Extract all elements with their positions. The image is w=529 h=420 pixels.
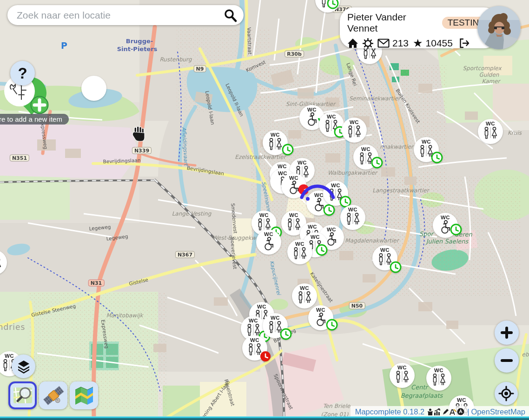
- svg-text:WC: WC: [264, 231, 273, 237]
- svg-text:WC: WC: [295, 241, 304, 247]
- attribution-separator: |: [467, 407, 469, 416]
- search-input[interactable]: [16, 9, 223, 21]
- blue-arc-overlay: [299, 175, 336, 205]
- bottom-strip: [0, 416, 529, 420]
- star-icon: ★: [413, 38, 423, 49]
- svg-text:WC: WC: [271, 132, 280, 138]
- basemap-option-satellite[interactable]: [39, 381, 67, 409]
- basemap-option-osm[interactable]: [8, 381, 37, 409]
- avatar[interactable]: [477, 6, 521, 49]
- wc-marker[interactable]: [73, 68, 114, 109]
- basemap-option-map[interactable]: [70, 381, 98, 409]
- svg-text:WC: WC: [441, 215, 450, 220]
- map-style-osm-icon: [13, 386, 33, 405]
- svg-text:WC: WC: [397, 365, 407, 370]
- attribution-icons: [427, 408, 464, 415]
- zoom-out-icon: [500, 354, 513, 367]
- logout-icon[interactable]: [459, 38, 470, 48]
- svg-text:WC: WC: [348, 207, 357, 212]
- svg-text:WC: WC: [486, 121, 495, 126]
- svg-text:WC: WC: [259, 212, 269, 218]
- osm-link[interactable]: OpenStreetMap: [471, 407, 525, 416]
- attribution-bar[interactable]: Mapcomplete 0.18.2 | OpenStreetMap: [350, 406, 529, 417]
- zoom-in-icon: [500, 326, 513, 339]
- translation-icon[interactable]: [450, 408, 456, 415]
- zoom-in-button[interactable]: [495, 321, 519, 345]
- svg-text:WC: WC: [457, 397, 466, 403]
- wc-marker[interactable]: WC: [234, 328, 275, 368]
- stats-icon[interactable]: [434, 408, 442, 415]
- hand-cursor-icon: [132, 125, 146, 142]
- wc-marker[interactable]: WC: [345, 137, 386, 177]
- layers-button[interactable]: [12, 354, 35, 378]
- mail-icon[interactable]: [377, 39, 390, 48]
- satellite-icon: [43, 385, 64, 406]
- basemap-switcher: [8, 381, 98, 409]
- changesets-count: 10455: [426, 38, 453, 49]
- svg-text:WC: WC: [316, 307, 325, 313]
- zoom-out-button[interactable]: [495, 348, 519, 373]
- user-panel[interactable]: Pieter Vander Vennet TESTING 213: [340, 7, 498, 48]
- geolocate-icon: [498, 386, 514, 401]
- wc-marker[interactable]: WC: [382, 355, 423, 396]
- svg-text:WC: WC: [380, 247, 390, 253]
- folded-map-icon: [74, 386, 94, 405]
- svg-text:WC: WC: [434, 368, 443, 373]
- add-item-tooltip: re to add a new item: [0, 114, 69, 125]
- geolocate-button[interactable]: [495, 382, 518, 405]
- help-button[interactable]: ?: [10, 61, 35, 85]
- svg-text:WC: WC: [300, 285, 309, 291]
- unread-messages-count: 213: [392, 38, 409, 49]
- svg-text:WC: WC: [250, 337, 259, 343]
- wc-marker[interactable]: WC: [406, 129, 447, 170]
- svg-text:WC: WC: [289, 175, 298, 181]
- home-icon[interactable]: [347, 38, 358, 49]
- search-bar[interactable]: [7, 5, 244, 25]
- map-markers-layer: WCWCWCWCWCWCWCWCWCWCWCWCWCWCWCWCWCWCWCWC…: [0, 0, 529, 420]
- wc-marker[interactable]: WC: [364, 237, 405, 278]
- wc-marker-wheelchair[interactable]: WC: [300, 297, 341, 338]
- wc-marker[interactable]: WC: [279, 231, 320, 272]
- mapcomplete-app: Brugge-Sint-PietersRustenburgVaartstraat…: [0, 0, 529, 420]
- gear-icon[interactable]: [363, 38, 373, 49]
- app-version[interactable]: Mapcomplete 0.18.2: [355, 407, 425, 416]
- wc-marker[interactable]: WC: [470, 111, 511, 152]
- layers-icon: [17, 360, 31, 374]
- svg-text:WC: WC: [350, 119, 359, 125]
- wc-marker[interactable]: WC: [0, 242, 15, 283]
- svg-text:WC: WC: [422, 139, 431, 144]
- svg-text:WC: WC: [5, 353, 14, 359]
- edit-pencil-icon[interactable]: [442, 408, 449, 415]
- svg-text:WC: WC: [271, 315, 280, 321]
- user-name: Pieter Vander Vennet: [347, 12, 438, 34]
- svg-text:WC: WC: [361, 146, 370, 152]
- search-icon[interactable]: [223, 8, 237, 22]
- contributor-icon[interactable]: [427, 408, 433, 415]
- wc-marker-wheelchair[interactable]: WC: [425, 205, 466, 246]
- question-mark-icon: ?: [18, 65, 27, 82]
- license-icon[interactable]: [457, 408, 464, 415]
